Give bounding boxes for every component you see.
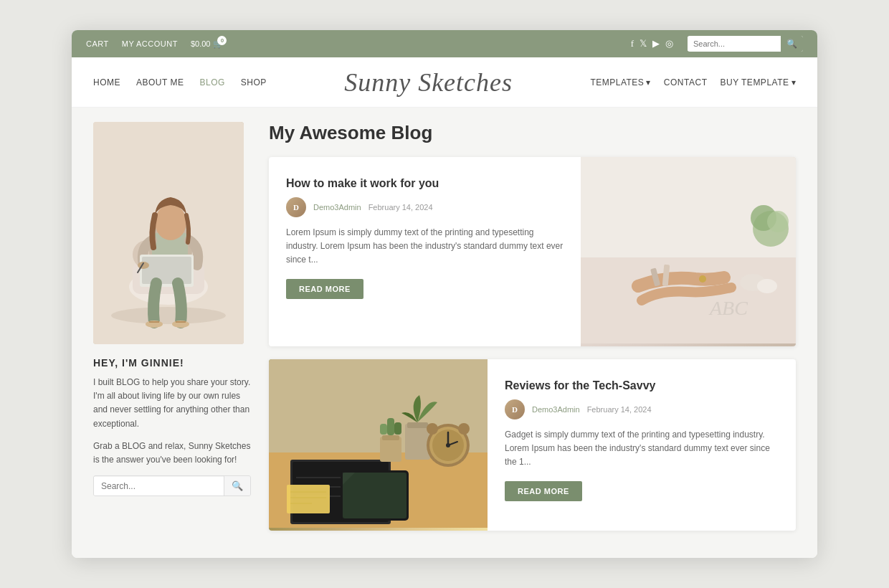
post-card-1-content: How to make it work for you D Demo3Admin… [269, 157, 581, 346]
svg-point-44 [427, 423, 438, 435]
post-1-author: Demo3Admin [313, 203, 361, 212]
post-2-title: Reviews for the Tech-Savvy [505, 379, 779, 392]
svg-point-18 [699, 275, 706, 283]
post-2-image [269, 359, 488, 531]
post-card-2-content: Reviews for the Tech-Savvy D Demo3Admin … [488, 359, 796, 531]
post-card-2: Reviews for the Tech-Savvy D Demo3Admin … [269, 359, 796, 531]
cart-link[interactable]: CART [86, 39, 109, 48]
svg-point-24 [757, 279, 777, 293]
dropdown-arrow-buy: ▾ [791, 77, 797, 87]
nav-templates[interactable]: TEMPLATES ▾ [590, 77, 650, 87]
cart-icon-wrap[interactable]: 🛒 0 [213, 39, 223, 49]
sidebar-image [93, 122, 244, 344]
site-logo: Sunny Sketches [267, 67, 591, 98]
post-card-1: How to make it work for you D Demo3Admin… [269, 157, 796, 346]
top-bar-left: CART MY ACCOUNT $0.00 🛒 0 [86, 39, 223, 49]
youtube-icon[interactable]: ▶ [652, 38, 660, 49]
instagram-icon[interactable]: ◎ [665, 38, 673, 49]
nav-blog[interactable]: BLOG [199, 77, 224, 87]
svg-rect-51 [287, 485, 330, 513]
svg-rect-17 [581, 257, 796, 343]
sidebar-text-2: Grab a BLOG and relax, Sunny Sketches is… [93, 440, 251, 467]
post-1-meta: D Demo3Admin February 14, 2024 [286, 197, 564, 217]
post-2-author: Demo3Admin [532, 405, 580, 414]
nav-shop[interactable]: SHOP [241, 77, 267, 87]
sidebar-search-button[interactable]: 🔍 [224, 476, 250, 495]
post-2-excerpt: Gadget is simply dummy text of the print… [505, 428, 779, 470]
svg-point-43 [446, 443, 450, 447]
main-content: HEY, I'M GINNIE! I built BLOG to help yo… [72, 108, 817, 558]
post-1-avatar: D [286, 197, 306, 217]
top-search-button[interactable]: 🔍 [781, 36, 803, 52]
sidebar-text-1: I built BLOG to help you share your stor… [93, 376, 251, 431]
svg-rect-48 [387, 418, 394, 435]
nav-home[interactable]: HOME [93, 77, 120, 87]
sidebar-heading: HEY, I'M GINNIE! [93, 357, 251, 369]
my-account-link[interactable]: MY ACCOUNT [122, 39, 178, 48]
blog-main: My Awesome Blog How to make it work for … [269, 122, 796, 544]
sidebar: HEY, I'M GINNIE! I built BLOG to help yo… [93, 122, 251, 544]
svg-point-22 [767, 211, 789, 232]
nav-buy-template[interactable]: BUY TEMPLATE ▾ [720, 77, 796, 87]
svg-rect-8 [142, 257, 191, 284]
cart-count: 0 [217, 36, 227, 45]
post-1-date: February 14, 2024 [369, 203, 433, 212]
nav-right: TEMPLATES ▾ CONTACT BUY TEMPLATE ▾ [590, 77, 796, 87]
svg-rect-50 [394, 422, 401, 435]
blog-title: My Awesome Blog [269, 122, 796, 144]
facebook-icon[interactable]: f [631, 38, 634, 49]
post-2-avatar: D [505, 399, 525, 419]
twitter-icon[interactable]: 𝕏 [640, 38, 647, 49]
svg-rect-36 [405, 424, 430, 460]
nav-contact[interactable]: CONTACT [664, 77, 708, 87]
svg-rect-49 [380, 424, 387, 435]
sidebar-search-input[interactable] [94, 477, 224, 495]
main-nav: HOME ABOUT ME BLOG SHOP Sunny Sketches T… [72, 57, 817, 108]
post-2-meta: D Demo3Admin February 14, 2024 [505, 399, 779, 419]
social-icons: f 𝕏 ▶ ◎ [631, 38, 673, 49]
svg-rect-35 [343, 473, 407, 518]
svg-text:ABC: ABC [708, 297, 748, 319]
sidebar-search: 🔍 [93, 475, 251, 496]
top-search-wrap: 🔍 [688, 36, 803, 52]
dropdown-arrow-templates: ▾ [646, 77, 651, 87]
top-search-input[interactable] [688, 37, 781, 51]
svg-rect-37 [407, 422, 428, 428]
svg-rect-46 [380, 437, 401, 462]
post-1-image: ABC [581, 157, 796, 346]
svg-rect-47 [382, 435, 399, 440]
nav-left: HOME ABOUT ME BLOG SHOP [93, 77, 267, 87]
nav-about[interactable]: ABOUT ME [136, 77, 184, 87]
browser-window: CART MY ACCOUNT $0.00 🛒 0 f 𝕏 ▶ ◎ 🔍 [72, 30, 817, 558]
svg-point-1 [111, 307, 226, 324]
top-bar: CART MY ACCOUNT $0.00 🛒 0 f 𝕏 ▶ ◎ 🔍 [72, 30, 817, 57]
post-1-title: How to make it work for you [286, 177, 564, 190]
post-1-read-more[interactable]: READ MORE [286, 279, 363, 299]
svg-point-9 [155, 204, 186, 240]
cart-total: $0.00 🛒 0 [191, 39, 224, 49]
top-bar-right: f 𝕏 ▶ ◎ 🔍 [631, 36, 803, 52]
svg-point-45 [458, 423, 470, 435]
post-1-excerpt: Lorem Ipsum is simply dummy text of the … [286, 226, 564, 267]
post-2-read-more[interactable]: READ MORE [505, 481, 582, 501]
post-2-date: February 14, 2024 [587, 405, 652, 414]
